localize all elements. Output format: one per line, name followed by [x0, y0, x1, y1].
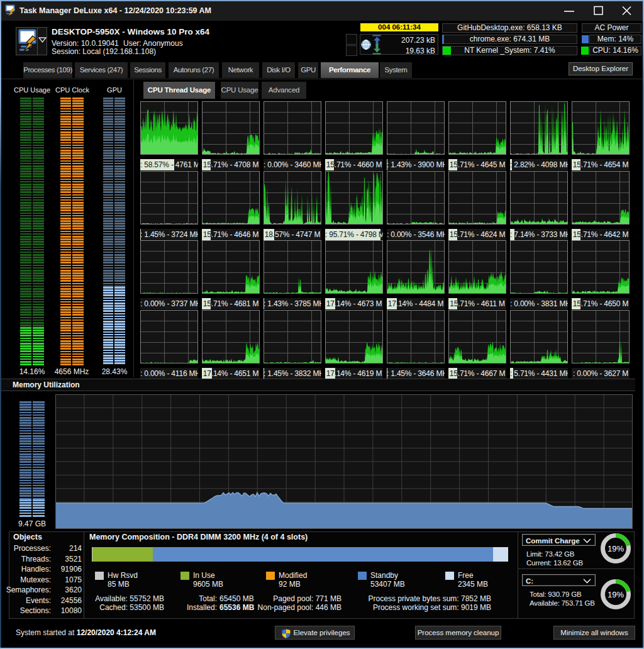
svg-text:19%: 19%	[608, 590, 624, 599]
svg-text:19%: 19%	[608, 544, 624, 553]
